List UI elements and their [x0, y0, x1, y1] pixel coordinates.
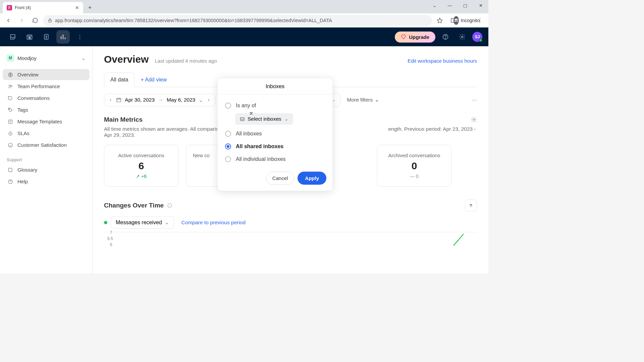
calendar-nav-icon[interactable]: 31 — [23, 30, 36, 44]
close-tab-icon[interactable]: ✕ — [75, 5, 79, 10]
sidebar-item-help[interactable]: Help — [3, 176, 90, 187]
compare-link[interactable]: Compare to previous period — [181, 220, 246, 226]
forward-button[interactable] — [16, 15, 28, 26]
edit-business-hours-link[interactable]: Edit workspace business hours — [408, 58, 477, 64]
gear-icon[interactable] — [471, 117, 477, 123]
sidebar-item-label: Team Performance — [17, 83, 60, 89]
export-button[interactable] — [465, 199, 477, 212]
sidebar-item-label: Tags — [17, 107, 28, 113]
next-period-icon[interactable]: › — [206, 97, 211, 103]
browser-tab[interactable]: F Front (4) ✕ — [3, 2, 83, 13]
chat-icon — [7, 96, 13, 101]
more-nav-icon[interactable]: ⋮ — [73, 30, 87, 44]
radio-label: All shared inboxes — [236, 143, 283, 149]
minimize-icon[interactable]: — — [442, 0, 458, 11]
reload-button[interactable] — [30, 15, 41, 26]
svg-text:31: 31 — [29, 37, 31, 39]
radio-icon — [225, 156, 231, 162]
add-view-button[interactable]: + Add view — [135, 73, 173, 87]
svg-point-22 — [473, 119, 475, 121]
settings-icon[interactable] — [455, 30, 469, 44]
metric-label: New co — [193, 153, 210, 158]
prev-period-icon[interactable]: ‹ — [108, 97, 113, 103]
tabs-dropdown-icon[interactable]: ⌄ — [427, 0, 442, 11]
inbox-nav-icon[interactable] — [6, 30, 19, 44]
svg-point-13 — [11, 85, 12, 86]
sidebar-item-tags[interactable]: Tags — [3, 104, 90, 115]
cancel-button[interactable]: Cancel — [266, 172, 294, 185]
metric-card-active[interactable]: Active conversations 6 ↗ +6 — [104, 145, 178, 187]
sidebar-item-label: Message Templates — [17, 119, 62, 124]
radio-all-inboxes[interactable]: All inboxes — [224, 127, 326, 140]
radio-label: All inboxes — [236, 131, 262, 137]
window-controls: ⌄ — ▢ ✕ — [427, 0, 488, 11]
svg-rect-19 — [117, 98, 121, 102]
address-bar[interactable]: app.frontapp.com/analytics/team/tim:7858… — [43, 15, 432, 26]
chevron-down-icon: ⌄ — [199, 97, 203, 103]
metric-value: 0 — [412, 160, 417, 172]
book-icon — [7, 167, 13, 173]
svg-rect-15 — [9, 120, 12, 123]
upgrade-label: Upgrade — [409, 34, 429, 40]
sidebar-item-customer-satisfaction[interactable]: Customer Satisfaction — [3, 139, 90, 150]
sidebar-item-label: Glossary — [17, 167, 37, 173]
apply-button[interactable]: Apply — [298, 172, 326, 185]
overflow-menu-icon[interactable]: ⋯ — [472, 97, 477, 103]
sidebar-item-team-performance[interactable]: Team Performance — [3, 81, 90, 92]
workspace-selector[interactable]: M Moodjoy ⌄ — [3, 52, 90, 64]
svg-point-3 — [456, 20, 458, 22]
calendar-icon — [116, 97, 121, 103]
metric-delta: — 0 — [410, 174, 419, 179]
radio-all-shared-inboxes[interactable]: All shared inboxes — [224, 140, 326, 153]
chevron-down-icon: ⌄ — [81, 55, 86, 61]
browser-menu-icon[interactable]: ⋮ — [474, 15, 486, 26]
radio-icon — [225, 143, 231, 149]
radio-all-individual-inboxes[interactable]: All individual inboxes — [224, 153, 326, 166]
sidebar-item-message-templates[interactable]: Message Templates — [3, 116, 90, 127]
sidebar-item-glossary[interactable]: Glossary — [3, 164, 90, 175]
sidebar-item-conversations[interactable]: Conversations — [3, 93, 90, 104]
metric-card-archived[interactable]: Archived conversations 0 — 0 — [377, 145, 451, 187]
smile-icon — [7, 142, 13, 148]
sidebar-item-label: SLAs — [17, 130, 30, 136]
info-icon[interactable] — [167, 203, 172, 208]
svg-point-14 — [9, 109, 10, 109]
globe-icon — [7, 72, 13, 77]
series-color-dot — [104, 221, 107, 224]
tab-title: Front (4) — [15, 5, 72, 10]
sidebar: M Moodjoy ⌄ Overview Team Performance Co… — [0, 46, 93, 274]
metric-label: Archived conversations — [388, 153, 440, 158]
svg-rect-24 — [240, 118, 244, 121]
sidebar-item-slas[interactable]: SLAs — [3, 128, 90, 139]
lock-icon — [48, 18, 52, 23]
timer-icon — [7, 131, 13, 136]
analytics-nav-icon[interactable] — [56, 30, 70, 44]
svg-rect-0 — [49, 20, 51, 22]
radio-icon — [225, 131, 231, 137]
tab-bar: F Front (4) ✕ + ⌄ — ▢ ✕ — [0, 0, 488, 13]
avatar[interactable]: SJ — [472, 32, 482, 42]
chart-area: 7 6.5 6 — [104, 232, 477, 252]
select-inboxes-button[interactable]: Select inboxes ⌄ ⤱ — [235, 113, 293, 125]
workspace-badge: M — [7, 54, 14, 62]
maximize-icon[interactable]: ▢ — [458, 0, 473, 11]
bookmark-icon[interactable] — [434, 15, 445, 26]
new-tab-button[interactable]: + — [85, 3, 95, 12]
chevron-down-icon: ⌄ — [165, 219, 169, 226]
more-filters-button[interactable]: More filters ⌄ — [347, 97, 379, 103]
radio-is-any-of[interactable]: Is any of — [224, 99, 326, 112]
date-range-picker[interactable]: ‹ Apr 30, 2023 → May 6, 2023 ⌄ › — [104, 94, 215, 106]
contacts-nav-icon[interactable] — [40, 30, 53, 44]
tab-all-data[interactable]: All data — [104, 72, 135, 87]
popover-title: Inboxes — [218, 78, 332, 95]
svg-point-2 — [454, 20, 456, 22]
radio-label: All individual inboxes — [236, 156, 286, 162]
sidebar-item-label: Overview — [17, 72, 39, 77]
close-window-icon[interactable]: ✕ — [473, 0, 488, 11]
last-updated: Last updated 4 minutes ago — [155, 58, 217, 64]
back-button[interactable] — [3, 15, 14, 26]
series-selector[interactable]: Messages received ⌄ — [111, 216, 174, 229]
upgrade-button[interactable]: Upgrade — [395, 32, 435, 43]
sidebar-item-overview[interactable]: Overview — [3, 69, 90, 80]
help-icon[interactable] — [439, 30, 452, 44]
